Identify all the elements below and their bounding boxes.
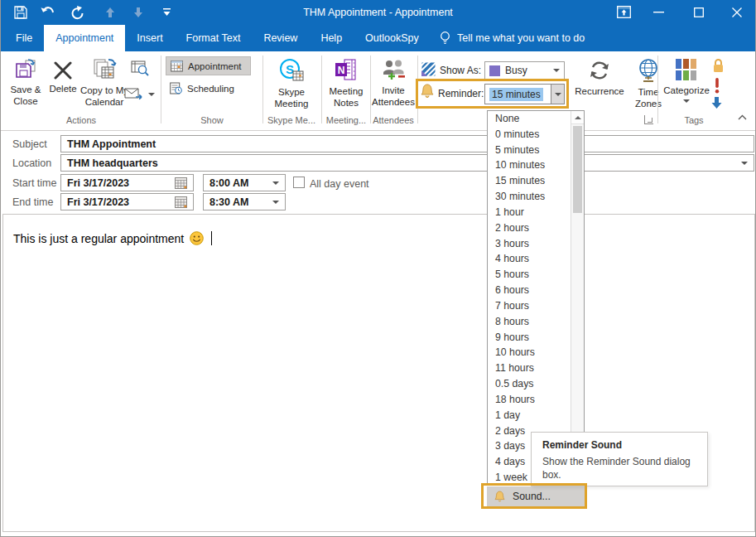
tab-appointment[interactable]: Appointment — [44, 25, 125, 51]
busy-swatch — [489, 65, 500, 76]
end-date-picker[interactable]: Fri 3/17/2023 — [60, 193, 194, 210]
forward-icon[interactable] — [124, 86, 144, 102]
reminder-option[interactable]: 15 minutes — [488, 173, 571, 189]
title-bar: THM Appointment - Appointment — [0, 0, 756, 25]
private-lock-icon[interactable] — [712, 58, 725, 73]
scroll-up-button[interactable] — [571, 111, 584, 124]
recurrence-button[interactable]: Recurrence — [567, 55, 632, 109]
text-cursor — [211, 231, 212, 245]
tab-review[interactable]: Review — [252, 25, 309, 51]
save-and-close-button[interactable]: Save & Close — [4, 55, 47, 109]
reminder-value: 15 minutes — [489, 88, 543, 101]
show-as-label: Show As: — [440, 65, 481, 76]
collapse-ribbon-icon[interactable] — [738, 114, 747, 120]
reminder-option[interactable]: 5 minutes — [488, 143, 571, 158]
invite-attendees-label: Invite Attendees — [372, 85, 415, 109]
recurrence-icon — [588, 59, 611, 82]
attendees-icon — [381, 59, 406, 81]
reminder-option[interactable]: 5 hours — [488, 267, 571, 283]
copy-to-calendar-label: Copy to My Calendar — [79, 85, 130, 109]
delete-label: Delete — [49, 84, 76, 95]
tab-format-text[interactable]: Format Text — [175, 25, 253, 51]
scheduling-view-toggle[interactable]: Scheduling — [166, 79, 251, 98]
close-button[interactable] — [732, 7, 742, 17]
end-time-label: End time — [12, 196, 53, 208]
end-time-select[interactable]: 8:30 AM — [203, 193, 286, 210]
show-as-select[interactable]: Busy — [484, 61, 565, 80]
recurrence-label: Recurrence — [575, 86, 624, 98]
reminder-option[interactable]: 2 hours — [488, 220, 571, 236]
options-dialog-launcher[interactable] — [644, 115, 653, 124]
scrollbar-thumb[interactable] — [573, 126, 582, 213]
reminder-option[interactable]: None — [488, 111, 571, 127]
location-input[interactable]: THM headquarters — [60, 154, 754, 172]
globe-icon — [637, 58, 660, 83]
delete-icon — [54, 61, 72, 80]
tab-help[interactable]: Help — [309, 25, 354, 51]
reminder-select[interactable]: 15 minutes — [484, 84, 565, 104]
reminder-option[interactable]: 3 hours — [488, 236, 571, 252]
copy-to-my-calendar-button[interactable]: Copy to My Calendar — [79, 55, 130, 109]
categorize-caret-icon — [683, 99, 690, 103]
reminder-option[interactable]: 4 hours — [488, 251, 571, 267]
invite-attendees-button[interactable]: Invite Attendees — [372, 55, 415, 109]
group-separator — [370, 56, 371, 123]
reminder-option[interactable]: 9 hours — [488, 330, 571, 346]
all-day-label: All day event — [310, 178, 369, 190]
tell-me-label: Tell me what you want to do — [457, 32, 585, 44]
view-item-icon[interactable] — [131, 60, 149, 76]
reminder-option[interactable]: 6 hours — [488, 283, 571, 298]
categorize-icon — [676, 59, 697, 81]
reminder-option[interactable]: 10 hours — [488, 345, 571, 360]
smiley-emoji-icon — [190, 231, 204, 245]
reminder-sound-option[interactable]: Sound... — [487, 486, 585, 506]
reminder-option[interactable]: 1 day — [488, 408, 571, 423]
sound-option-label: Sound... — [513, 491, 551, 502]
reminder-option[interactable]: 8 hours — [488, 314, 571, 330]
reminder-option[interactable]: 30 minutes — [488, 189, 571, 205]
time-zones-button[interactable]: Time Zones — [630, 55, 667, 109]
reminder-option[interactable]: 10 minutes — [488, 157, 571, 173]
all-day-checkbox[interactable] — [293, 177, 305, 188]
reminder-option[interactable]: 7 hours — [488, 298, 571, 314]
tab-insert[interactable]: Insert — [125, 25, 174, 51]
ribbon-display-options-icon[interactable] — [617, 6, 631, 18]
location-caret-icon[interactable] — [741, 162, 748, 165]
ribbon-tab-bar: FileAppointmentInsertFormat TextReviewHe… — [0, 25, 756, 51]
start-time-select[interactable]: 8:00 AM — [203, 174, 286, 191]
categorize-button[interactable]: Categorize — [662, 55, 710, 109]
delete-button[interactable]: Delete — [47, 55, 79, 109]
skype-meeting-button[interactable]: S Skype Meeting — [265, 55, 318, 109]
reminder-option[interactable]: 11 hours — [488, 360, 571, 376]
calendar-picker-icon[interactable] — [175, 177, 187, 189]
maximize-button[interactable] — [694, 7, 704, 17]
subject-input[interactable]: THM Appointment — [60, 135, 754, 152]
reminder-option[interactable]: 0.5 days — [488, 376, 571, 392]
minimize-button[interactable] — [653, 12, 664, 13]
reminder-dropdown-button[interactable] — [551, 85, 564, 104]
appointment-view-label: Appointment — [188, 61, 242, 71]
save-close-label: Save & Close — [4, 85, 47, 108]
group-separator — [262, 56, 263, 123]
tab-file[interactable]: File — [4, 25, 44, 51]
scheduling-view-label: Scheduling — [187, 84, 234, 94]
dropdown-scrollbar[interactable] — [571, 111, 584, 485]
reminder-option[interactable]: 1 hour — [488, 205, 571, 220]
low-importance-icon[interactable] — [710, 96, 723, 109]
tell-me-box[interactable]: Tell me what you want to do — [440, 25, 585, 51]
end-time-value: 8:30 AM — [209, 196, 248, 208]
reminder-option[interactable]: 18 hours — [488, 392, 571, 408]
start-time-label: Start time — [12, 177, 57, 189]
tab-outlookspy[interactable]: OutlookSpy — [354, 25, 431, 51]
start-time-caret-icon — [272, 181, 279, 185]
reminder-option[interactable]: 0 minutes — [488, 127, 571, 143]
skype-meeting-label: Skype Meeting — [265, 87, 318, 110]
forward-dropdown-caret[interactable] — [148, 93, 155, 96]
appointment-view-toggle[interactable]: Appointment — [166, 56, 251, 75]
calendar-picker-icon[interactable] — [175, 196, 187, 208]
start-date-picker[interactable]: Fri 3/17/2023 — [60, 174, 194, 191]
meeting-notes-button[interactable]: N Meeting Notes — [324, 55, 368, 109]
group-separator — [657, 56, 658, 123]
high-importance-icon[interactable] — [714, 78, 720, 94]
attendees-group-label: Attendees — [370, 115, 417, 125]
